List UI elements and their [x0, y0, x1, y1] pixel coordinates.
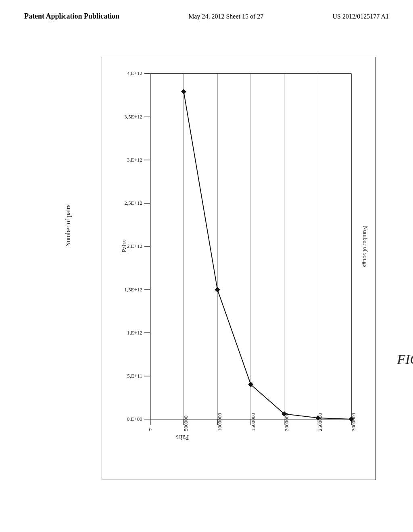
svg-text:1500000: 1500000 — [250, 413, 256, 431]
svg-text:5,E+11: 5,E+11 — [127, 373, 142, 379]
chart-svg: Number of songs 0 500000 1000000 1500000… — [102, 57, 375, 480]
svg-text:1,E+12: 1,E+12 — [127, 330, 142, 336]
svg-text:3,5E+12: 3,5E+12 — [124, 114, 142, 120]
main-content: Number of pairs — [0, 37, 413, 480]
svg-text:Number of songs: Number of songs — [362, 226, 369, 267]
svg-text:Pairs: Pairs — [121, 240, 127, 252]
svg-text:2,E+12: 2,E+12 — [127, 243, 142, 249]
pairs-axis-label: Pairs — [176, 434, 189, 441]
svg-text:1,5E+12: 1,5E+12 — [124, 287, 142, 293]
svg-text:4,E+12: 4,E+12 — [127, 70, 142, 76]
publication-title: Patent Application Publication — [24, 12, 119, 21]
svg-text:1000000: 1000000 — [217, 413, 223, 431]
publication-date-sheet: May 24, 2012 Sheet 15 of 27 — [188, 13, 263, 20]
svg-text:3,E+12: 3,E+12 — [127, 157, 142, 163]
svg-text:3000000: 3000000 — [350, 413, 357, 431]
figure-label: FIG. 17 — [397, 352, 413, 367]
data-point-1 — [181, 89, 186, 94]
svg-text:0,E+00: 0,E+00 — [127, 416, 142, 422]
svg-text:2,5E+12: 2,5E+12 — [124, 200, 142, 206]
page-header: Patent Application Publication May 24, 2… — [0, 0, 413, 21]
svg-text:500000: 500000 — [183, 416, 189, 431]
y-axis-label: Number of pairs — [65, 205, 72, 247]
data-point-2 — [215, 287, 220, 292]
chart-area: Number of songs 0 500000 1000000 1500000… — [102, 57, 376, 480]
svg-text:0: 0 — [149, 426, 151, 432]
publication-number: US 2012/0125177 A1 — [332, 13, 389, 20]
